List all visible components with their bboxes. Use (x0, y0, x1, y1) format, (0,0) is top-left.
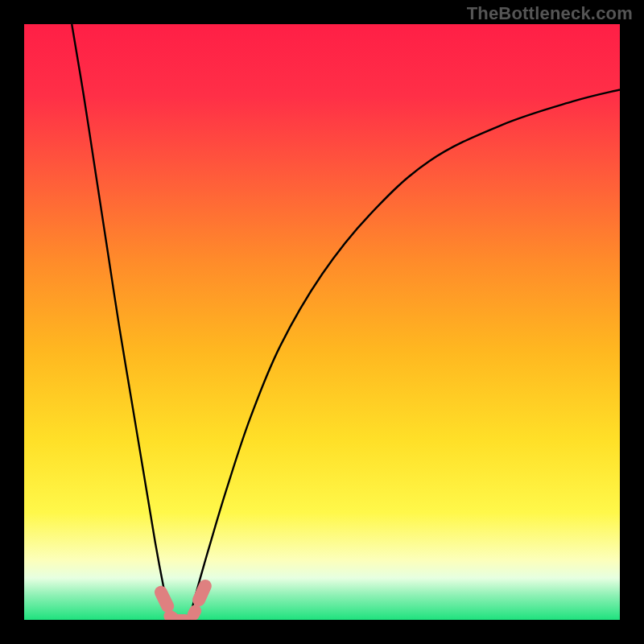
plot-area (24, 24, 620, 620)
chart-stage: TheBottleneck.com (0, 0, 644, 644)
curve-left-branch (72, 24, 171, 620)
bottleneck-curve (24, 24, 620, 620)
watermark-text: TheBottleneck.com (467, 3, 633, 24)
curve-right-branch (189, 89, 620, 620)
